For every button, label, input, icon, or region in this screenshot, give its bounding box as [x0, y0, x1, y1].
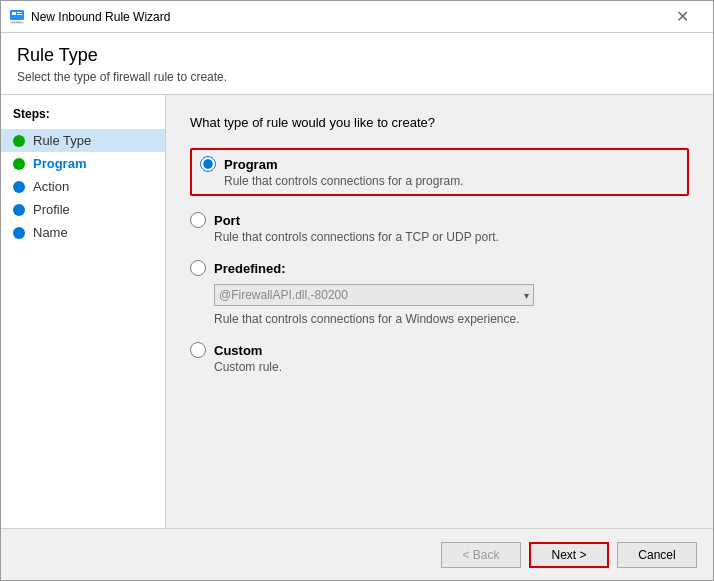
cancel-button[interactable]: Cancel — [617, 542, 697, 568]
option-custom-row: Custom — [190, 342, 689, 358]
svg-rect-6 — [16, 22, 21, 23]
dot-action — [13, 181, 25, 193]
main-panel: What type of rule would you like to crea… — [166, 95, 713, 528]
sidebar-label-rule-type: Rule Type — [33, 133, 91, 148]
desc-custom: Custom rule. — [214, 360, 689, 374]
next-button[interactable]: Next > — [529, 542, 609, 568]
rule-type-options: Program Rule that controls connections f… — [190, 148, 689, 390]
desc-port: Rule that controls connections for a TCP… — [214, 230, 689, 244]
option-program-box: Program Rule that controls connections f… — [190, 148, 689, 196]
wizard-header: Rule Type Select the type of firewall ru… — [1, 33, 713, 95]
desc-predefined: Rule that controls connections for a Win… — [214, 312, 689, 326]
main-question: What type of rule would you like to crea… — [190, 115, 689, 130]
predefined-dropdown[interactable]: @FirewallAPI.dll,-80200 ▾ — [214, 284, 534, 306]
page-subtitle: Select the type of firewall rule to crea… — [17, 70, 697, 84]
svg-rect-1 — [12, 12, 16, 15]
sidebar-item-profile[interactable]: Profile — [1, 198, 165, 221]
radio-program[interactable] — [200, 156, 216, 172]
option-program-row: Program — [200, 156, 679, 172]
label-custom[interactable]: Custom — [214, 343, 262, 358]
option-custom: Custom Custom rule. — [190, 342, 689, 374]
steps-label: Steps: — [1, 107, 165, 129]
option-predefined: Predefined: @FirewallAPI.dll,-80200 ▾ Ru… — [190, 260, 689, 326]
dropdown-arrow-icon: ▾ — [524, 290, 529, 301]
sidebar-item-rule-type[interactable]: Rule Type — [1, 129, 165, 152]
sidebar-item-action[interactable]: Action — [1, 175, 165, 198]
dot-rule-type — [13, 135, 25, 147]
close-button[interactable]: ✕ — [659, 1, 705, 33]
radio-port[interactable] — [190, 212, 206, 228]
label-predefined[interactable]: Predefined: — [214, 261, 286, 276]
option-port: Port Rule that controls connections for … — [190, 212, 689, 244]
radio-predefined[interactable] — [190, 260, 206, 276]
wizard-footer: < Back Next > Cancel — [1, 528, 713, 580]
desc-program: Rule that controls connections for a pro… — [224, 174, 679, 188]
sidebar-item-name[interactable]: Name — [1, 221, 165, 244]
wizard-window: New Inbound Rule Wizard ✕ Rule Type Sele… — [0, 0, 714, 581]
title-bar: New Inbound Rule Wizard ✕ — [1, 1, 713, 33]
sidebar-label-profile: Profile — [33, 202, 70, 217]
svg-rect-3 — [17, 14, 22, 15]
title-bar-icon — [9, 9, 25, 25]
dot-profile — [13, 204, 25, 216]
option-predefined-row: Predefined: — [190, 260, 689, 276]
dot-name — [13, 227, 25, 239]
sidebar-label-program: Program — [33, 156, 86, 171]
sidebar-label-name: Name — [33, 225, 68, 240]
label-program[interactable]: Program — [224, 157, 277, 172]
sidebar-item-program[interactable]: Program — [1, 152, 165, 175]
radio-custom[interactable] — [190, 342, 206, 358]
page-title: Rule Type — [17, 45, 697, 66]
predefined-dropdown-value: @FirewallAPI.dll,-80200 — [219, 288, 348, 302]
svg-rect-5 — [12, 22, 15, 23]
label-port[interactable]: Port — [214, 213, 240, 228]
back-button[interactable]: < Back — [441, 542, 521, 568]
sidebar-label-action: Action — [33, 179, 69, 194]
content-area: Steps: Rule Type Program Action Profile … — [1, 95, 713, 528]
option-port-row: Port — [190, 212, 689, 228]
window-title: New Inbound Rule Wizard — [31, 10, 659, 24]
dot-program — [13, 158, 25, 170]
sidebar: Steps: Rule Type Program Action Profile … — [1, 95, 166, 528]
svg-rect-2 — [17, 12, 22, 13]
